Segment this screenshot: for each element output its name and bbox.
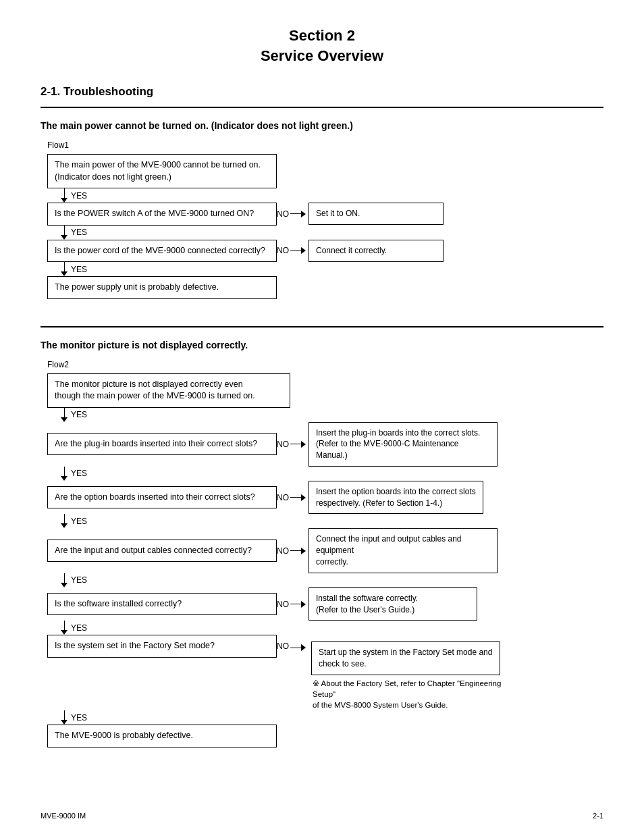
flow1-q2-row: Is the power cord of the MVE-9000 connec… [47,240,603,263]
flow1-q1-no-label: NO [277,209,289,219]
flow1-yes-arrow-1: YES [61,188,603,203]
flow2-end-box: The MVE-9000 is probably defective. [47,725,277,747]
flow2-q4-no-label: NO [277,600,289,609]
flow1-q1-box: Is the POWER switch A of the MVE-9000 tu… [47,203,277,226]
flow1-yes-label-3: YES [71,265,87,274]
flow2-q5-box: Is the system set in the Factory Set mod… [47,635,277,658]
flow1-yes-label-1: YES [71,191,87,201]
subsection-monitor-title: The monitor picture is not displayed cor… [41,340,603,350]
flow2-q4-no-connector: NO Install the software correctly. (Refe… [277,587,477,621]
flow2-q1-no-result: Insert the plug-in boards into the corre… [308,422,498,467]
flow2-q2-box: Are the option boards inserted into thei… [47,486,277,509]
flow2-yes-label-5: YES [71,623,87,633]
subsection-power: The main power cannot be turned on. (Ind… [41,120,603,299]
section-heading: 2-1. Troubleshooting [41,85,603,99]
flow2-yes-arrow-2: YES [61,467,603,481]
flow1-q2-no-connector: NO Connect it correctly. [277,240,444,262]
flowchart-1: Flow1 The main power of the MVE-9000 can… [47,140,603,299]
flow2-yes-arrow-3: YES [61,514,603,528]
flow1-yes-arrow-3: YES [61,262,603,276]
flow1-q2-no-result: Connect it correctly. [308,240,444,262]
flow2-q5-no-label: NO [277,641,289,651]
flowchart-2: Flow2 The monitor picture is not display… [47,360,603,747]
flow2-yes-label-4: YES [71,575,87,585]
flow2-q5-row: Is the system set in the Factory Set mod… [47,635,603,710]
flow2-q3-no-label: NO [277,546,289,556]
flow2-q3-no-result: Connect the input and output cables and … [308,528,498,573]
flow2-q1-box: Are the plug-in boards inserted into the… [47,433,277,456]
flow2-q4-row: Is the software installed correctly? NO … [47,587,603,621]
flow1-q1-no-result: Set it to ON. [308,203,444,225]
flow2-q3-box: Are the input and output cables connecte… [47,540,277,562]
flow2-q4-no-result: Install the software correctly. (Refer t… [308,587,477,621]
section-divider [41,107,603,108]
flow2-q3-row: Are the input and output cables connecte… [47,528,603,573]
subsection-power-title: The main power cannot be turned on. (Ind… [41,120,603,131]
flow1-q2-no-label: NO [277,246,289,255]
section-subtitle: Service Overview [41,47,603,65]
flow2-q2-no-connector: NO Insert the option boards into the cor… [277,481,483,515]
flow2-start-box: The monitor picture is not displayed cor… [47,373,290,408]
section-divider-2 [41,326,603,327]
flow2-yes-arrow-5: YES [61,621,603,635]
subsection-monitor: The monitor picture is not displayed cor… [41,340,603,747]
flow2-q5-no-result: Start up the system in the Factory Set m… [311,641,500,675]
flow2-q5-no-connector: NO Start up the system in the Factory Se… [277,641,502,710]
page-footer: MVE-9000 IM 2-1 [41,812,603,820]
flow2-yes-label-1: YES [71,410,87,419]
flow1-end-box: The power supply unit is probably defect… [47,276,277,299]
flow2-q1-no-connector: NO Insert the plug-in boards into the co… [277,422,498,467]
footer-left: MVE-9000 IM [41,812,86,820]
flow2-q1-row: Are the plug-in boards inserted into the… [47,422,603,467]
flow1-q1-no-connector: NO Set it to ON. [277,203,444,225]
flow1-yes-arrow-2: YES [61,226,603,240]
flow2-q1-no-label: NO [277,440,289,449]
flow2-yes-label-2: YES [71,469,87,478]
flow2-yes-arrow-1: YES [61,408,603,422]
flow2-yes-label-3: YES [71,517,87,526]
flow2-yes-arrow-4: YES [61,573,603,587]
flow1-q1-row: Is the POWER switch A of the MVE-9000 tu… [47,203,603,226]
flow1-yes-label-2: YES [71,228,87,237]
flow2-yes-arrow-6: YES [61,710,603,725]
flow2-q5-note: ※ About the Factory Set, refer to Chapte… [313,678,502,710]
flow2-q2-row: Are the option boards inserted into thei… [47,481,603,515]
flow2-yes-label-6: YES [71,713,87,723]
flow2-q4-box: Is the software installed correctly? [47,593,277,616]
flow2-q2-no-result: Insert the option boards into the correc… [308,481,483,515]
flow2-q3-no-connector: NO Connect the input and output cables a… [277,528,498,573]
flow2-q2-no-label: NO [277,493,289,502]
flow1-q2-box: Is the power cord of the MVE-9000 connec… [47,240,277,263]
footer-right: 2-1 [593,812,603,820]
flow2-label: Flow2 [47,360,603,369]
section-title: Section 2 [41,27,603,45]
flow1-label: Flow1 [47,140,603,150]
flow1-start-box: The main power of the MVE-9000 cannot be… [47,154,277,188]
